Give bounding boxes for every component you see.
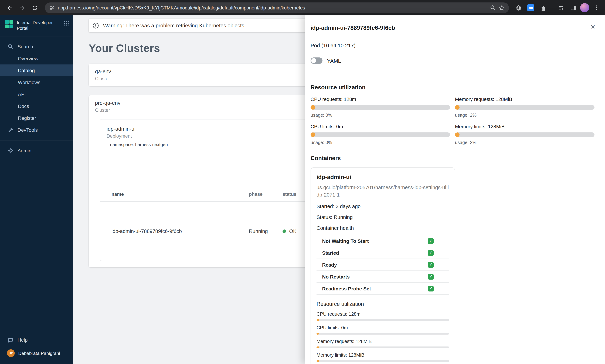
drawer-title: idp-admin-ui-7889789fc6-9f6cb bbox=[311, 25, 594, 31]
container-resource-title: Resource utilization bbox=[316, 301, 449, 307]
resource-meters: CPU requests: 128m usage: 0% Memory requ… bbox=[311, 96, 594, 145]
side-panel-icon[interactable] bbox=[568, 2, 578, 13]
meter-fill bbox=[455, 132, 460, 137]
sidebar-item-label: Register bbox=[18, 115, 36, 121]
sidebar-item-devtools[interactable]: DevTools bbox=[0, 124, 73, 136]
yaml-toggle-label: YAML bbox=[327, 58, 341, 64]
sidebar-item-label: Help bbox=[17, 337, 28, 343]
extensions-puzzle-icon[interactable] bbox=[538, 2, 548, 13]
user-avatar: DP bbox=[7, 349, 15, 357]
sidebar-divider bbox=[0, 140, 73, 140]
check-icon: ✓ bbox=[428, 238, 434, 244]
meter-fill bbox=[316, 360, 319, 362]
resource-utilization-title: Resource utilization bbox=[311, 84, 594, 91]
yaml-toggle[interactable] bbox=[311, 57, 322, 64]
sidebar-item-label: Catalog bbox=[18, 67, 35, 73]
check-icon: ✓ bbox=[428, 286, 434, 291]
container-health-table: Not Waiting To Start ✓ Started ✓ Ready ✓… bbox=[316, 235, 449, 295]
meter-track bbox=[455, 132, 594, 137]
yaml-toggle-row: YAML bbox=[311, 57, 594, 64]
apps-grid-icon[interactable] bbox=[64, 20, 69, 26]
meter-track bbox=[316, 347, 449, 348]
column-header-phase: phase bbox=[249, 192, 283, 197]
meter-cpu-limits: CPU limits: 0m usage: 0% bbox=[311, 124, 450, 145]
health-row: Started ✓ bbox=[316, 247, 449, 259]
url-input[interactable] bbox=[58, 5, 487, 10]
omnibox[interactable] bbox=[45, 2, 509, 13]
sidebar-item-workflows[interactable]: Workflows bbox=[0, 76, 73, 88]
meter-track bbox=[311, 105, 450, 110]
meter-cpu-requests: CPU requests: 128m usage: 0% bbox=[311, 96, 450, 118]
container-health-title: Container health bbox=[316, 225, 449, 231]
toolbar-separator bbox=[552, 4, 552, 11]
sidebar-nav: Search Overview Catalog Workflows API Do… bbox=[0, 36, 73, 156]
container-status: Status: Running bbox=[316, 214, 449, 220]
sidebar-item-label: Overview bbox=[18, 55, 38, 61]
container-image: us.gcr.io/platform-205701/harness/harnes… bbox=[316, 184, 449, 198]
sidebar: Internal Developer Portal Search Overvie… bbox=[0, 15, 73, 364]
warning-info-icon bbox=[92, 22, 99, 28]
sidebar-item-label: API bbox=[18, 91, 26, 97]
gear-icon bbox=[7, 147, 13, 154]
health-row: Ready ✓ bbox=[316, 259, 449, 271]
sidebar-item-help[interactable]: Help bbox=[0, 334, 73, 346]
more-menu-icon[interactable] bbox=[591, 2, 602, 13]
pod-name: idp-admin-ui-7889789fc6-9f6cb bbox=[111, 228, 249, 234]
bookmark-star-icon[interactable] bbox=[499, 5, 505, 11]
pod-details-drawer: idp-admin-ui-7889789fc6-9f6cb × Pod (10.… bbox=[305, 15, 605, 364]
warning-text: Warning: There was a problem retrieving … bbox=[103, 22, 244, 28]
health-row: No Restarts ✓ bbox=[316, 271, 449, 283]
forward-icon[interactable] bbox=[16, 2, 28, 14]
meter-track bbox=[455, 105, 594, 110]
meter-track bbox=[316, 333, 449, 335]
meter-fill bbox=[455, 105, 460, 110]
pod-phase: Running bbox=[249, 228, 283, 234]
search-icon bbox=[7, 43, 13, 49]
meter-fill bbox=[311, 105, 315, 110]
back-icon[interactable] bbox=[3, 2, 15, 14]
status-ok-dot-icon bbox=[283, 230, 286, 233]
container-name: idp-admin-ui bbox=[316, 174, 449, 181]
settings-gear-icon[interactable] bbox=[513, 2, 524, 13]
pod-subtitle: Pod (10.64.10.217) bbox=[311, 42, 594, 48]
close-icon[interactable]: × bbox=[591, 23, 595, 31]
meter-memory-requests: Memory requests: 128MiB usage: 2% bbox=[455, 96, 594, 118]
sidebar-item-overview[interactable]: Overview bbox=[0, 52, 73, 64]
profile-avatar[interactable] bbox=[580, 3, 589, 12]
brand-title: Internal Developer Portal bbox=[17, 20, 60, 31]
browser-chrome: zm bbox=[0, 0, 605, 15]
reload-icon[interactable] bbox=[29, 2, 41, 14]
search-icon[interactable] bbox=[490, 5, 496, 11]
user-row[interactable]: DP Debabrata Panigrahi bbox=[0, 346, 73, 361]
sidebar-item-label: Docs bbox=[18, 103, 29, 109]
check-icon: ✓ bbox=[428, 262, 434, 268]
sidebar-item-api[interactable]: API bbox=[0, 88, 73, 100]
sidebar-item-label: Admin bbox=[17, 148, 31, 153]
sidebar-item-label: DevTools bbox=[17, 127, 38, 133]
sidebar-item-catalog[interactable]: Catalog bbox=[0, 64, 73, 76]
sidebar-item-admin[interactable]: Admin bbox=[0, 144, 73, 156]
screen: zm Internal Developer bbox=[0, 0, 605, 364]
meter-fill bbox=[316, 319, 319, 321]
media-controls-icon[interactable] bbox=[556, 2, 566, 13]
sidebar-item-docs[interactable]: Docs bbox=[0, 100, 73, 112]
sidebar-bottom: Help DP Debabrata Panigrahi bbox=[0, 334, 73, 364]
sidebar-item-label: Workflows bbox=[18, 79, 40, 85]
sidebar-item-label: Search bbox=[17, 44, 33, 49]
user-name: Debabrata Panigrahi bbox=[18, 351, 60, 356]
site-settings-icon[interactable] bbox=[49, 5, 55, 11]
zoom-extension-icon[interactable]: zm bbox=[526, 2, 536, 13]
harness-logo-icon bbox=[5, 20, 13, 28]
wrench-icon bbox=[7, 127, 13, 133]
column-header-name: name bbox=[111, 192, 249, 197]
check-icon: ✓ bbox=[428, 250, 434, 256]
sidebar-item-register[interactable]: Register bbox=[0, 112, 73, 124]
meter-track bbox=[316, 319, 449, 321]
sidebar-item-search[interactable]: Search bbox=[0, 40, 73, 52]
meter-track bbox=[316, 360, 449, 362]
meter-track bbox=[311, 132, 450, 137]
status-badge: OK bbox=[289, 228, 297, 234]
health-row: Not Waiting To Start ✓ bbox=[316, 235, 449, 247]
health-row: Readiness Probe Set ✓ bbox=[316, 283, 449, 295]
containers-title: Containers bbox=[311, 155, 594, 161]
